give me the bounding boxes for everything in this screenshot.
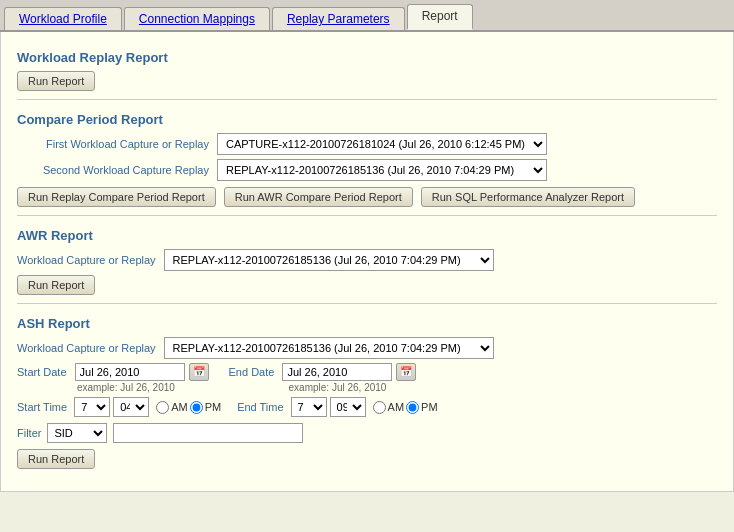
start-hour-select[interactable]: 7 — [74, 397, 110, 417]
end-date-label: End Date — [229, 366, 279, 378]
start-pm-radio[interactable] — [190, 401, 203, 414]
first-workload-select[interactable]: CAPTURE-x112-20100726181024 (Jul 26, 201… — [217, 133, 547, 155]
start-ampm-group: AM PM — [156, 401, 221, 414]
end-am-radio[interactable] — [373, 401, 386, 414]
start-time-label: Start Time — [17, 401, 71, 413]
run-report-button-1[interactable]: Run Report — [17, 71, 95, 91]
start-minute-select[interactable]: 04 — [113, 397, 149, 417]
awr-workload-select[interactable]: REPLAY-x112-20100726185136 (Jul 26, 2010… — [164, 249, 494, 271]
run-awr-compare-button[interactable]: Run AWR Compare Period Report — [224, 187, 413, 207]
awr-workload-row: Workload Capture or Replay REPLAY-x112-2… — [17, 249, 717, 271]
awr-report-section: AWR Report Workload Capture or Replay RE… — [17, 220, 717, 304]
end-date-calendar-icon[interactable]: 📅 — [396, 363, 416, 381]
filter-label: Filter — [17, 427, 47, 439]
end-am-label: AM — [388, 401, 405, 413]
ash-workload-label: Workload Capture or Replay — [17, 342, 164, 354]
filter-value-input[interactable] — [113, 423, 303, 443]
run-replay-compare-button[interactable]: Run Replay Compare Period Report — [17, 187, 216, 207]
second-workload-label: Second Workload Capture Replay — [17, 164, 217, 176]
filter-type-select[interactable]: SID — [47, 423, 107, 443]
time-row: Start Time 7 04 AM PM End Time 7 — [17, 397, 717, 417]
end-date-group: End Date 📅 example: Jul 26, 2010 — [229, 363, 417, 393]
start-date-example: example: Jul 26, 2010 — [75, 382, 209, 393]
filter-row: Filter SID — [17, 423, 717, 443]
tab-connection-mappings[interactable]: Connection Mappings — [124, 7, 270, 30]
first-workload-row: First Workload Capture or Replay CAPTURE… — [17, 133, 717, 155]
end-time-group: End Time 7 09 AM PM — [237, 397, 437, 417]
workload-replay-report-section: Workload Replay Report Run Report — [17, 42, 717, 100]
run-report-button-3[interactable]: Run Report — [17, 449, 95, 469]
second-workload-select[interactable]: REPLAY-x112-20100726185136 (Jul 26, 2010… — [217, 159, 547, 181]
start-date-label: Start Date — [17, 366, 71, 378]
ash-report-section: ASH Report Workload Capture or Replay RE… — [17, 308, 717, 477]
start-am-radio[interactable] — [156, 401, 169, 414]
run-report-button-2[interactable]: Run Report — [17, 275, 95, 295]
compare-period-report-section: Compare Period Report First Workload Cap… — [17, 104, 717, 216]
start-date-input[interactable] — [75, 363, 185, 381]
end-pm-radio[interactable] — [406, 401, 419, 414]
tab-workload-profile[interactable]: Workload Profile — [4, 7, 122, 30]
start-time-group: Start Time 7 04 AM PM — [17, 397, 221, 417]
end-minute-select[interactable]: 09 — [330, 397, 366, 417]
ash-workload-row: Workload Capture or Replay REPLAY-x112-2… — [17, 337, 717, 359]
ash-workload-select[interactable]: REPLAY-x112-20100726185136 (Jul 26, 2010… — [164, 337, 494, 359]
end-date-example: example: Jul 26, 2010 — [287, 382, 417, 393]
tab-bar: Workload Profile Connection Mappings Rep… — [0, 0, 734, 32]
compare-buttons-row: Run Replay Compare Period Report Run AWR… — [17, 187, 717, 207]
first-workload-label: First Workload Capture or Replay — [17, 138, 217, 150]
awr-report-title: AWR Report — [17, 228, 717, 243]
end-hour-select[interactable]: 7 — [291, 397, 327, 417]
compare-period-report-title: Compare Period Report — [17, 112, 717, 127]
start-am-label: AM — [171, 401, 188, 413]
awr-workload-label: Workload Capture or Replay — [17, 254, 164, 266]
start-date-calendar-icon[interactable]: 📅 — [189, 363, 209, 381]
ash-report-title: ASH Report — [17, 316, 717, 331]
start-date-group: Start Date 📅 example: Jul 26, 2010 — [17, 363, 209, 393]
workload-replay-report-title: Workload Replay Report — [17, 50, 717, 65]
end-time-label: End Time — [237, 401, 287, 413]
end-pm-label: PM — [421, 401, 438, 413]
end-ampm-group: AM PM — [373, 401, 438, 414]
tab-report[interactable]: Report — [407, 4, 473, 30]
run-sql-analyzer-button[interactable]: Run SQL Performance Analyzer Report — [421, 187, 635, 207]
start-pm-label: PM — [205, 401, 222, 413]
date-row: Start Date 📅 example: Jul 26, 2010 End D… — [17, 363, 717, 393]
end-date-input[interactable] — [282, 363, 392, 381]
main-content: Workload Replay Report Run Report Compar… — [0, 32, 734, 492]
tab-replay-parameters[interactable]: Replay Parameters — [272, 7, 405, 30]
second-workload-row: Second Workload Capture Replay REPLAY-x1… — [17, 159, 717, 181]
